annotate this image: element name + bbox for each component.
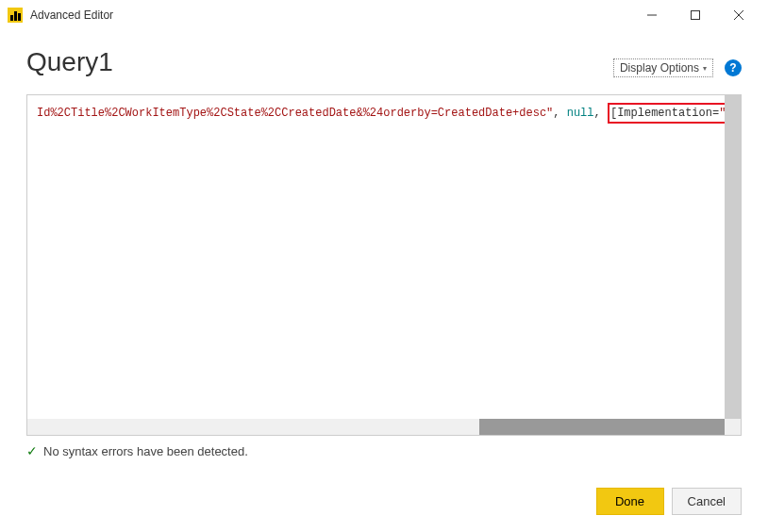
minimize-button[interactable]	[630, 0, 674, 30]
maximize-icon	[691, 10, 700, 20]
horizontal-scrollbar[interactable]	[27, 419, 725, 435]
display-options-label: Display Options	[620, 61, 699, 75]
status-message: No syntax errors have been detected.	[43, 444, 248, 458]
app-icon	[8, 8, 23, 23]
chevron-down-icon: ▾	[703, 64, 707, 73]
status-bar: ✓ No syntax errors have been detected.	[26, 443, 742, 458]
code-line: Id%2CTitle%2CWorkItemType%2CState%2CCrea…	[27, 95, 741, 131]
code-null: null	[567, 107, 594, 120]
checkmark-icon: ✓	[26, 443, 38, 458]
vertical-scrollbar-thumb[interactable]	[725, 95, 741, 419]
code-ident: Implementation	[617, 107, 712, 120]
done-button[interactable]: Done	[596, 488, 664, 515]
maximize-button[interactable]	[674, 0, 717, 30]
code-punct: ,	[553, 107, 566, 120]
code-punct: ,	[594, 107, 608, 120]
window-controls	[630, 0, 760, 30]
window-title: Advanced Editor	[30, 8, 630, 22]
titlebar: Advanced Editor	[0, 0, 768, 30]
code-editor[interactable]: Id%2CTitle%2CWorkItemType%2CState%2CCrea…	[26, 94, 742, 436]
dialog-buttons: Done Cancel	[596, 488, 742, 515]
help-icon[interactable]: ?	[725, 59, 742, 76]
code-string: Id%2CTitle%2CWorkItemType%2CState%2CCrea…	[37, 107, 553, 120]
query-title: Query1	[26, 47, 113, 77]
header: Query1 Display Options ▾ ?	[0, 30, 768, 85]
display-options-dropdown[interactable]: Display Options ▾	[613, 58, 713, 77]
minimize-icon	[647, 10, 657, 20]
horizontal-scrollbar-thumb[interactable]	[479, 419, 725, 435]
scroll-corner	[725, 419, 741, 435]
vertical-scrollbar[interactable]	[725, 95, 741, 419]
svg-rect-1	[692, 11, 700, 20]
close-button[interactable]	[717, 0, 760, 30]
close-icon	[734, 10, 743, 20]
cancel-button[interactable]: Cancel	[672, 488, 742, 515]
header-right: Display Options ▾ ?	[613, 58, 742, 77]
highlighted-code: [Implementation="2.0"])	[608, 103, 742, 124]
